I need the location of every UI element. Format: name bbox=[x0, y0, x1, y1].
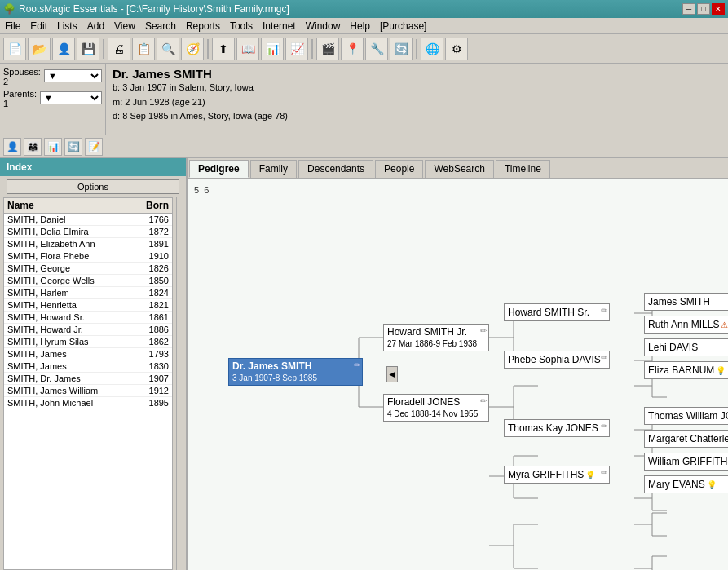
person-name: Dr. James SMITH bbox=[113, 67, 721, 81]
fm-box[interactable]: Phebe Sophia DAVIS ✏ bbox=[504, 351, 610, 369]
minimize-button[interactable]: ─ bbox=[682, 3, 695, 15]
mff-box[interactable]: Thomas William JONES ✏ bbox=[644, 407, 728, 425]
index-row-born: 1821 bbox=[131, 299, 172, 311]
index-row[interactable]: SMITH, Howard Sr.1861 bbox=[4, 312, 172, 324]
toolbar-view[interactable]: 📋 bbox=[132, 38, 155, 60]
menu-reports[interactable]: Reports bbox=[181, 19, 225, 33]
index-row[interactable]: SMITH, Hyrum Silas1862 bbox=[4, 336, 172, 348]
index-row-born: 1850 bbox=[131, 275, 172, 286]
info-bar: Spouses: 2 ▼ Parents: 1 ▼ Dr. James SMIT… bbox=[0, 64, 728, 135]
menu-window[interactable]: Window bbox=[301, 19, 346, 33]
index-row[interactable]: SMITH, Howard Jr.1886 bbox=[4, 324, 172, 336]
father-box[interactable]: Howard SMITH Jr. 27 Mar 1886-9 Feb 1938 … bbox=[383, 324, 489, 351]
close-button[interactable]: ✕ bbox=[712, 3, 725, 15]
index-row-name: SMITH, James William bbox=[4, 385, 131, 396]
menu-view[interactable]: View bbox=[109, 19, 140, 33]
ff-box[interactable]: Howard SMITH Sr. ✏ bbox=[504, 303, 610, 321]
mmf-box[interactable]: William GRIFFITHS 💡 ✏ bbox=[644, 453, 728, 471]
index-row-name: SMITH, Daniel bbox=[4, 214, 131, 225]
index-row-name: SMITH, James bbox=[4, 348, 131, 360]
toolbar-search[interactable]: 🔍 bbox=[157, 38, 179, 60]
nav-notes[interactable]: 📝 bbox=[85, 138, 103, 156]
index-row-name: SMITH, Dr. James bbox=[4, 373, 131, 384]
tab-timeline[interactable]: Timeline bbox=[496, 160, 550, 178]
menu-lists[interactable]: Lists bbox=[52, 19, 82, 33]
maximize-button[interactable]: □ bbox=[697, 3, 710, 15]
menu-tools[interactable]: Tools bbox=[225, 19, 258, 33]
toolbar-open[interactable]: 📂 bbox=[28, 38, 51, 60]
toolbar-up[interactable]: ⬆ bbox=[212, 38, 235, 60]
tab-pedigree[interactable]: Pedigree bbox=[189, 160, 249, 178]
toolbar-extra[interactable]: ⚙ bbox=[445, 38, 468, 60]
father-name: Howard SMITH Jr. bbox=[387, 326, 467, 338]
menu-search[interactable]: Search bbox=[140, 19, 181, 33]
selected-edit-icon: ✏ bbox=[354, 360, 360, 369]
parents-dropdown[interactable]: ▼ bbox=[40, 91, 102, 104]
index-row-name: SMITH, Hyrum Silas bbox=[4, 336, 131, 347]
index-scrollbar[interactable] bbox=[176, 197, 186, 570]
toolbar-web[interactable]: 🌐 bbox=[421, 38, 443, 60]
toolbar-print[interactable]: 🖨 bbox=[108, 38, 130, 60]
col-name-header: Name bbox=[4, 198, 131, 213]
index-row[interactable]: SMITH, James William1912 bbox=[4, 385, 172, 397]
index-row[interactable]: SMITH, Daniel1766 bbox=[4, 214, 172, 226]
toolbar-sync[interactable]: 🔄 bbox=[390, 38, 413, 60]
mfm-box[interactable]: Margaret Chatterley KA 💡 ✏ bbox=[644, 430, 728, 448]
mother-box[interactable]: Floradell JONES 4 Dec 1888-14 Nov 1955 ✏ bbox=[383, 394, 489, 422]
mf-box[interactable]: Thomas Kay JONES ✏ bbox=[504, 419, 610, 437]
nav-person[interactable]: 👤 bbox=[3, 138, 21, 156]
index-row[interactable]: SMITH, George Wells1850 bbox=[4, 275, 172, 287]
nav-chart[interactable]: 📊 bbox=[44, 138, 62, 156]
menu-file[interactable]: File bbox=[0, 19, 25, 33]
menu-help[interactable]: Help bbox=[345, 19, 375, 33]
fmm-box[interactable]: Eliza BARNUM 💡 ✏ bbox=[644, 361, 728, 379]
index-row[interactable]: SMITH, Elizabeth Ann1891 bbox=[4, 238, 172, 250]
tab-websearch[interactable]: WebSearch bbox=[425, 160, 493, 178]
selected-person[interactable]: Dr. James SMITH 3 Jan 1907-8 Sep 1985 ✏ bbox=[228, 358, 363, 386]
fff-box[interactable]: James SMITH ✏ bbox=[644, 293, 728, 311]
toolbar-chart[interactable]: 📈 bbox=[285, 38, 308, 60]
father-edit-icon: ✏ bbox=[480, 326, 487, 335]
tab-family[interactable]: Family bbox=[250, 160, 297, 178]
toolbar-report[interactable]: 📊 bbox=[261, 38, 284, 60]
menu-edit[interactable]: Edit bbox=[25, 19, 52, 33]
toolbar-media[interactable]: 🎬 bbox=[316, 38, 339, 60]
toolbar-new[interactable]: 📄 bbox=[3, 38, 26, 60]
index-row-born: 1895 bbox=[131, 397, 172, 409]
spouses-dropdown[interactable]: ▼ bbox=[44, 69, 102, 82]
mmm-box[interactable]: Mary EVANS 💡 ✏ bbox=[644, 475, 728, 493]
toolbar-nav[interactable]: 🧭 bbox=[181, 38, 204, 60]
tab-descendants[interactable]: Descendants bbox=[298, 160, 373, 178]
index-row[interactable]: SMITH, George1826 bbox=[4, 263, 172, 275]
person-death: d: 8 Sep 1985 in Ames, Story, Iowa (age … bbox=[113, 109, 721, 124]
index-row[interactable]: SMITH, Dr. James1907 bbox=[4, 373, 172, 385]
mother-name: Floradell JONES bbox=[387, 396, 460, 408]
spouses-label: Spouses: 2 bbox=[3, 67, 41, 86]
nav-media[interactable]: 🔄 bbox=[64, 138, 82, 156]
toolbar-book[interactable]: 📖 bbox=[236, 38, 259, 60]
mfm-name: Margaret Chatterley KA bbox=[648, 433, 728, 444]
left-nav-arrow[interactable]: ◄ bbox=[386, 366, 398, 382]
index-row[interactable]: SMITH, James1793 bbox=[4, 348, 172, 360]
index-row[interactable]: SMITH, John Michael1895 bbox=[4, 397, 172, 409]
index-row[interactable]: SMITH, Henrietta1821 bbox=[4, 299, 172, 312]
mm-box[interactable]: Myra GRIFFITHS 💡 ✏ bbox=[504, 466, 610, 484]
index-row[interactable]: SMITH, Delia Elmira1872 bbox=[4, 226, 172, 238]
options-button[interactable]: Options bbox=[7, 179, 179, 194]
menu-purchase[interactable]: [Purchase] bbox=[375, 19, 431, 33]
nav-num-5: 5 bbox=[194, 185, 199, 195]
fff-name: James SMITH bbox=[648, 296, 710, 307]
ffm-box[interactable]: Ruth Ann MILLS ⚠ ✏ bbox=[644, 316, 728, 334]
index-row[interactable]: SMITH, James1830 bbox=[4, 360, 172, 373]
nav-family[interactable]: 👨‍👩‍👧 bbox=[24, 138, 42, 156]
toolbar-person[interactable]: 👤 bbox=[52, 38, 75, 60]
menu-internet[interactable]: Internet bbox=[258, 19, 301, 33]
fmf-box[interactable]: Lehi DAVIS ✏ bbox=[644, 338, 728, 356]
menu-add[interactable]: Add bbox=[82, 19, 109, 33]
index-row[interactable]: SMITH, Flora Phebe1910 bbox=[4, 250, 172, 263]
toolbar-places[interactable]: 📍 bbox=[341, 38, 364, 60]
toolbar-save[interactable]: 💾 bbox=[77, 38, 99, 60]
index-row[interactable]: SMITH, Harlem1824 bbox=[4, 287, 172, 299]
toolbar-tools2[interactable]: 🔧 bbox=[365, 38, 388, 60]
tab-people[interactable]: People bbox=[375, 160, 423, 178]
